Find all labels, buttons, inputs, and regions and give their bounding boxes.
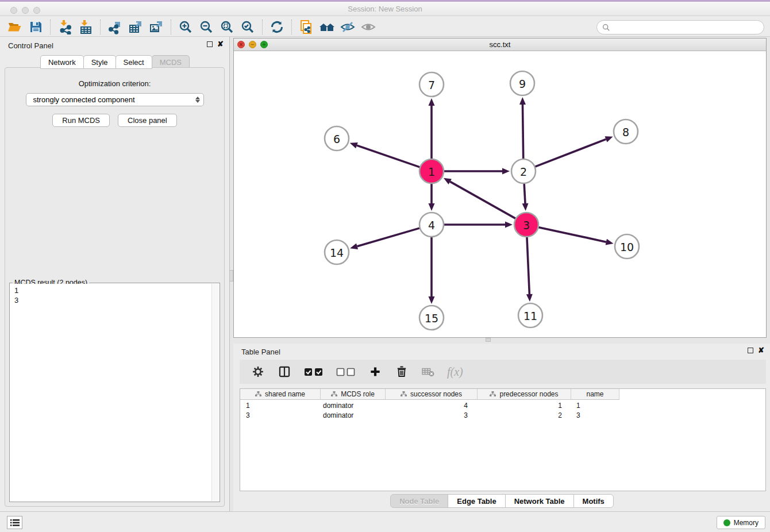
table-row[interactable]: 3dominator323: [240, 411, 765, 420]
save-session-icon[interactable]: [25, 18, 46, 36]
delete-table-icon: [421, 364, 436, 379]
zoom-selected-icon[interactable]: [237, 18, 258, 36]
network-maximize-icon[interactable]: +: [260, 41, 268, 48]
refresh-icon[interactable]: [267, 18, 287, 36]
mcds-result-box: MCDS result (2 nodes) 1 3: [9, 283, 220, 502]
zoom-in-icon[interactable]: [175, 18, 196, 36]
control-panel-title: Control Panel: [8, 41, 53, 50]
gear-icon[interactable]: [251, 364, 265, 379]
tab-select[interactable]: Select: [116, 55, 152, 69]
main-area: Control Panel ✘ NetworkStyleSelectMCDS O…: [0, 37, 770, 511]
split-pane-icon[interactable]: [277, 364, 292, 379]
search-box[interactable]: [596, 20, 764, 34]
sort-column-icon[interactable]: [490, 391, 496, 397]
list-icon: [10, 519, 20, 527]
graph-node-label: 11: [523, 310, 537, 322]
edge-3-1[interactable]: [450, 182, 515, 219]
edge-4-14[interactable]: [357, 228, 420, 246]
export-network-icon[interactable]: [105, 18, 125, 36]
run-mcds-button[interactable]: Run MCDS: [52, 114, 110, 127]
toolbar-separator: [262, 20, 263, 34]
window-controls[interactable]: [10, 7, 40, 14]
search-input[interactable]: [613, 23, 759, 32]
plus-icon[interactable]: [368, 364, 383, 379]
network-view-titlebar[interactable]: × − + scc.txt: [234, 38, 766, 51]
close-panel-icon[interactable]: ✘: [217, 41, 224, 47]
float-panel-icon[interactable]: [207, 41, 213, 47]
memory-button[interactable]: Memory: [717, 516, 765, 529]
vertical-splitter-handle[interactable]: [229, 270, 233, 282]
toolbar-separator: [171, 20, 171, 34]
edge-arrowhead: [502, 168, 510, 175]
graph-node-label: 9: [519, 78, 526, 90]
sort-column-icon[interactable]: [331, 391, 337, 397]
column-header-predecessor-nodes[interactable]: predecessor nodes: [478, 389, 571, 400]
maximize-window-icon[interactable]: [33, 7, 40, 14]
table-panel: Table Panel ✘: [233, 344, 770, 511]
graph-node-label: 4: [428, 219, 435, 232]
sort-column-icon[interactable]: [255, 391, 261, 397]
column-header-successor-nodes[interactable]: successor nodes: [386, 389, 478, 400]
tab-node-table[interactable]: Node Table: [390, 494, 448, 508]
table-cell: dominator: [321, 411, 386, 420]
mcds-result-scrollbar[interactable]: [211, 284, 219, 501]
node-table-header: shared nameMCDS rolesuccessor nodesprede…: [240, 389, 765, 400]
checked-boxes-icon[interactable]: [303, 364, 324, 379]
close-panel-button[interactable]: Close panel: [118, 114, 177, 127]
graph-node-label: 14: [330, 246, 344, 259]
tab-motifs[interactable]: Motifs: [573, 494, 614, 508]
function-icon: f(x): [447, 365, 463, 379]
column-header-label: successor nodes: [410, 390, 462, 398]
open-session-icon[interactable]: [5, 18, 25, 36]
network-view-window: × − + scc.txt 7968124314101511: [233, 38, 767, 338]
network-minimize-icon[interactable]: −: [249, 41, 256, 48]
column-header-MCDS-role[interactable]: MCDS role: [321, 389, 386, 400]
graph-node-label: 7: [428, 79, 435, 91]
column-header-name[interactable]: name: [571, 389, 619, 400]
import-table-icon[interactable]: [75, 18, 96, 36]
close-table-panel-icon[interactable]: ✘: [758, 348, 764, 353]
network-close-icon[interactable]: ×: [237, 41, 245, 48]
duplicate-network-icon[interactable]: [296, 18, 317, 36]
export-table-icon[interactable]: [125, 18, 146, 36]
close-window-icon[interactable]: [10, 7, 17, 14]
edge-1-6[interactable]: [357, 145, 420, 167]
edge-2-9[interactable]: [522, 105, 523, 159]
trash-icon[interactable]: [394, 364, 409, 379]
zoom-out-icon[interactable]: [196, 18, 217, 36]
edge-3-11[interactable]: [527, 237, 529, 294]
table-panel-tabs: Node TableEdge TableNetwork TableMotifs: [233, 494, 770, 508]
edge-2-8[interactable]: [535, 139, 606, 167]
eye-icon[interactable]: [358, 18, 379, 36]
table-cell: 2: [478, 411, 571, 420]
eye-slash-icon[interactable]: [337, 18, 358, 36]
edge-2-3[interactable]: [524, 183, 525, 203]
zoom-fit-icon[interactable]: [217, 18, 237, 36]
tab-edge-table[interactable]: Edge Table: [448, 494, 505, 508]
mcds-result-text[interactable]: 1 3: [10, 284, 211, 501]
node-table[interactable]: shared nameMCDS rolesuccessor nodesprede…: [240, 388, 766, 491]
table-row[interactable]: 1dominator411: [240, 401, 765, 410]
edge-arrowhead: [429, 98, 435, 106]
float-table-panel-icon[interactable]: [748, 348, 753, 353]
houses-icon[interactable]: [317, 18, 337, 36]
task-history-button[interactable]: [7, 516, 22, 529]
control-panel: Control Panel ✘ NetworkStyleSelectMCDS O…: [0, 37, 230, 511]
column-header-shared-name[interactable]: shared name: [240, 389, 321, 400]
search-icon: [602, 24, 610, 32]
minimize-window-icon[interactable]: [22, 7, 29, 14]
tab-network[interactable]: Network: [40, 55, 84, 69]
table-cell: 3: [240, 411, 321, 420]
sort-column-icon[interactable]: [401, 391, 407, 397]
tab-network-table[interactable]: Network Table: [505, 494, 574, 508]
network-canvas[interactable]: 7968124314101511: [234, 51, 766, 337]
import-network-icon[interactable]: [55, 18, 75, 36]
edge-3-10[interactable]: [538, 227, 606, 242]
tab-style[interactable]: Style: [83, 55, 116, 69]
unchecked-boxes-icon[interactable]: [336, 364, 356, 379]
network-view-title: scc.txt: [234, 38, 766, 51]
graph-node-label: 6: [333, 133, 340, 145]
criterion-select[interactable]: strongly connected component: [26, 93, 204, 106]
window-title: Session: New Session: [0, 2, 770, 16]
export-image-icon[interactable]: [146, 18, 167, 36]
